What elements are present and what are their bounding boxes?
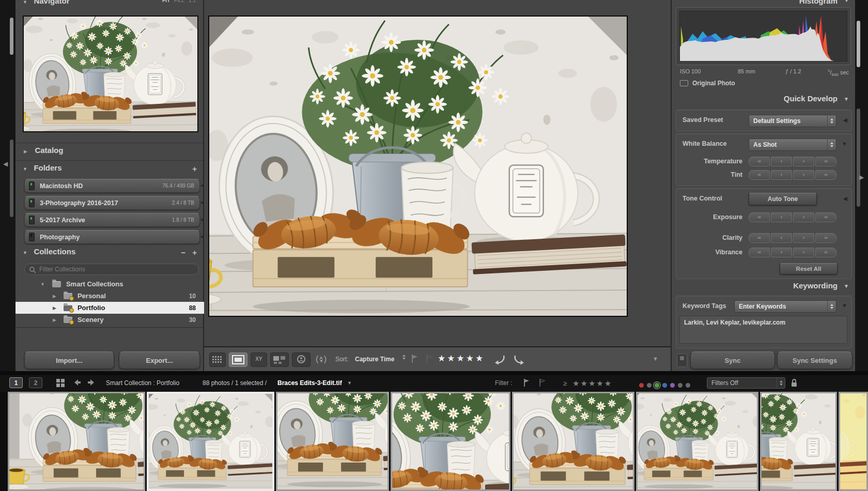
filmstrip-thumbnail[interactable] — [839, 392, 868, 491]
zoom-fit-option[interactable]: FIT — [162, 0, 170, 3]
filter-lock-icon[interactable] — [791, 378, 798, 388]
folder-row[interactable]: Photography — [24, 230, 200, 244]
import-button[interactable]: Import... — [24, 351, 114, 369]
filmstrip-thumbnail[interactable] — [8, 392, 145, 491]
adjust-button-plus[interactable]: › — [793, 233, 814, 243]
vibrance-steppers[interactable]: ‹‹‹››› — [749, 248, 838, 257]
adjust-button-coarse-plus[interactable]: ›› — [815, 233, 836, 243]
sync-settings-button[interactable]: Sync Settings — [777, 351, 853, 369]
filter-rating-stars[interactable]: ★★★★★ — [572, 379, 612, 388]
adjust-button-plus[interactable]: › — [793, 170, 814, 180]
histogram-chart[interactable] — [679, 11, 847, 62]
original-photo-row[interactable]: Original Photo — [680, 80, 735, 87]
adjust-button-plus[interactable]: › — [793, 248, 814, 257]
main-window-button[interactable]: 1 — [9, 377, 23, 388]
color-label-dot[interactable] — [639, 383, 644, 388]
adjust-button-minus[interactable]: ‹ — [771, 170, 792, 180]
toolbar-options-icon[interactable]: ▼ — [653, 356, 658, 362]
adjust-button-coarse-minus[interactable]: ‹‹ — [749, 233, 770, 243]
adjust-button-minus[interactable]: ‹ — [771, 157, 792, 166]
keywording-header[interactable]: Keywording ▼ — [672, 281, 855, 294]
add-collection-button[interactable]: + — [192, 248, 197, 257]
compare-view-icon[interactable]: XY — [251, 352, 267, 367]
folder-row[interactable]: 5-2017 Archive1.8 / 8 TB — [24, 213, 200, 227]
rotate-right-icon[interactable] — [512, 354, 525, 365]
rotate-left-icon[interactable] — [493, 354, 507, 365]
grid-view-shortcut-icon[interactable] — [56, 378, 65, 388]
filter-reject-flag-icon[interactable] — [538, 378, 546, 387]
quick-develop-header[interactable]: Quick Develop ▼ — [672, 94, 855, 106]
rating-operator[interactable]: ≥ — [563, 379, 567, 387]
chevron-down-icon[interactable]: ▼ — [40, 282, 45, 287]
loupe-view-icon[interactable] — [229, 352, 247, 367]
right-scrollbar-thumb[interactable] — [857, 21, 860, 67]
adjust-button-coarse-plus[interactable]: ›› — [815, 212, 836, 222]
export-button[interactable]: Export... — [119, 351, 200, 369]
second-window-button[interactable]: 2 — [29, 377, 42, 388]
chevron-down-icon[interactable]: ▼ — [842, 141, 847, 147]
collection-row-personal[interactable]: ▶Personal10 — [16, 290, 204, 302]
keywords-textarea[interactable]: Larkin, Levi Keplar, levikeplar.com — [679, 316, 847, 344]
adjust-button-plus[interactable]: › — [793, 212, 814, 222]
adjust-button-coarse-minus[interactable]: ‹‹ — [749, 248, 770, 257]
adjust-button-coarse-minus[interactable]: ‹‹ — [749, 212, 770, 222]
sort-stepper-icon[interactable] — [402, 355, 406, 360]
sync-switch-icon[interactable] — [677, 354, 687, 367]
catalog-header[interactable]: ▶ Catalog — [16, 146, 203, 159]
chevron-right-icon[interactable]: ▶ — [53, 294, 56, 299]
chevron-right-icon[interactable]: ▶ — [53, 305, 56, 311]
collection-row-portfolio[interactable]: ▶Portfolio88 — [16, 302, 204, 314]
left-scrollbar-thumb[interactable] — [10, 18, 13, 55]
color-label-dot[interactable] — [647, 383, 652, 388]
people-view-icon[interactable] — [292, 352, 311, 367]
back-arrow-icon[interactable] — [72, 378, 82, 387]
color-label-dot[interactable] — [662, 383, 667, 388]
expand-right-panel-icon[interactable]: ▶ — [859, 174, 864, 181]
collection-row-smart-collections[interactable]: ▼Smart Collections — [16, 278, 204, 290]
adjust-button-minus[interactable]: ‹ — [771, 212, 792, 222]
forward-arrow-icon[interactable] — [87, 378, 96, 387]
filmstrip-thumbnail[interactable] — [276, 392, 389, 491]
main-photo[interactable] — [208, 16, 628, 317]
collection-row-scenery[interactable]: ▶Scenery30 — [16, 314, 204, 326]
filmstrip-thumbnail[interactable] — [512, 392, 634, 491]
grid-view-icon[interactable] — [209, 352, 226, 367]
folder-row[interactable]: Macintosh HD76.4 / 499 GB — [24, 179, 200, 193]
filmstrip-thumbnail[interactable] — [391, 392, 510, 491]
keyword-mode-dropdown[interactable]: Enter Keywords — [734, 300, 836, 313]
folder-row[interactable]: 3-Photography 2016-20172.4 / 8 TB — [24, 196, 200, 210]
rating-stars[interactable]: ★★★★★ — [438, 353, 485, 364]
filters-state-dropdown[interactable]: Filters Off — [707, 377, 785, 389]
saved-preset-dropdown[interactable]: Default Settings — [749, 115, 836, 127]
adjust-button-minus[interactable]: ‹ — [771, 233, 792, 243]
tint-steppers[interactable]: ‹‹‹››› — [749, 170, 838, 180]
chevron-down-icon[interactable]: ▼ — [842, 302, 847, 309]
reset-all-button[interactable]: Reset All — [780, 263, 838, 274]
adjust-button-minus[interactable]: ‹ — [771, 248, 792, 257]
sort-value[interactable]: Capture Time — [355, 356, 394, 363]
add-folder-button[interactable]: + — [192, 164, 197, 173]
filter-collections-input[interactable]: Filter Collections — [24, 264, 199, 275]
white-balance-dropdown[interactable]: As Shot — [749, 139, 836, 151]
zoom-fill-option[interactable]: FILL — [174, 0, 184, 3]
active-filename[interactable]: Braces Edits-3-Edit.tif — [277, 379, 342, 387]
right-scrollbar-track[interactable] — [857, 109, 860, 207]
filmstrip-thumbnail[interactable] — [147, 392, 274, 491]
filter-pick-flag-icon[interactable] — [523, 378, 531, 387]
adjust-button-coarse-minus[interactable]: ‹‹ — [749, 170, 770, 180]
collections-header[interactable]: ▼ Collections − + — [16, 247, 203, 260]
clarity-steppers[interactable]: ‹‹‹››› — [749, 233, 838, 243]
folders-header[interactable]: ▼ Folders + — [16, 163, 203, 177]
collapse-left-panel-icon[interactable]: ◀ — [3, 160, 8, 167]
color-label-dot[interactable] — [655, 383, 659, 388]
navigator-header[interactable]: ▼ Navigator FIT FILL 1:1 — [16, 0, 203, 11]
sort-direction-icon[interactable]: ( A ) — [316, 352, 327, 366]
auto-tone-button[interactable]: Auto Tone — [749, 193, 817, 205]
color-label-dot[interactable] — [670, 383, 675, 388]
left-scrollbar-track[interactable] — [10, 140, 13, 217]
adjust-button-coarse-plus[interactable]: ›› — [815, 248, 836, 257]
adjust-button-plus[interactable]: › — [793, 157, 814, 166]
zoom-1to1-option[interactable]: 1:1 — [189, 0, 196, 3]
reject-flag-icon[interactable] — [425, 354, 433, 363]
adjust-button-coarse-plus[interactable]: ›› — [815, 157, 836, 166]
